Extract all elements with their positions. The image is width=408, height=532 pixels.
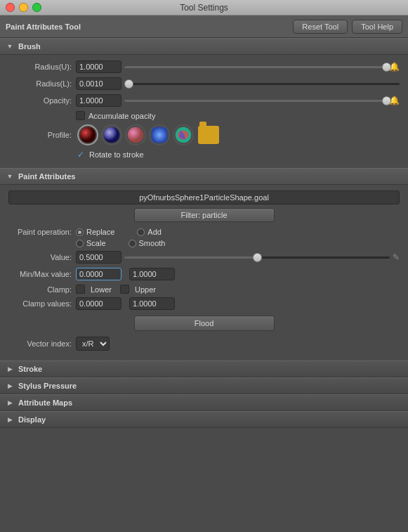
- radio-scale-label: Scale: [86, 239, 106, 247]
- paint-attributes-body: pyOfnurbsSphere1ParticleShape.goal Filte…: [0, 185, 408, 361]
- value-slider[interactable]: [124, 257, 390, 259]
- paint-attributes-title: Paint Attributes: [18, 172, 76, 181]
- min-max-separator: [124, 270, 126, 278]
- opacity-row: Opacity: 🔔: [8, 94, 400, 107]
- profile-item-4[interactable]: [149, 124, 170, 145]
- value-slider-container: ✎: [124, 252, 400, 262]
- radio-add[interactable]: Add: [137, 228, 162, 236]
- attribute-maps-section[interactable]: ▶ Attribute Maps: [0, 394, 408, 411]
- stylus-title: Stylus Pressure: [18, 382, 77, 390]
- paint-op-label: Paint operation:: [8, 228, 72, 236]
- radius-l-slider[interactable]: [124, 83, 400, 85]
- radio-replace-btn: [76, 228, 84, 236]
- accumulate-checkbox[interactable]: [76, 111, 85, 120]
- min-max-label: Min/Max value:: [8, 270, 72, 278]
- tool-name: Paint Attributes Tool: [6, 22, 81, 31]
- vector-index-row: Vector index: x/R y/G z/B: [8, 337, 400, 351]
- attribute-maps-arrow: ▶: [6, 398, 14, 407]
- radio-add-btn: [137, 228, 145, 236]
- toolbar-buttons: Reset Tool Tool Help: [293, 20, 402, 34]
- brush-collapse-arrow: ▼: [6, 42, 14, 51]
- filter-button[interactable]: Filter: particle: [134, 208, 275, 222]
- radio-replace[interactable]: Replace: [76, 228, 114, 236]
- reset-tool-button[interactable]: Reset Tool: [293, 20, 348, 34]
- radius-l-input[interactable]: [76, 77, 121, 90]
- clamp-max-input[interactable]: [129, 297, 175, 310]
- clamp-upper-checkbox[interactable]: [120, 285, 129, 294]
- radius-u-input[interactable]: [76, 60, 121, 73]
- accumulate-label: Accumulate opacity: [88, 112, 155, 120]
- flood-button[interactable]: Flood: [134, 316, 275, 331]
- opacity-input[interactable]: [76, 94, 121, 107]
- clamp-min-input[interactable]: [76, 297, 121, 310]
- clamp-lower-label: Lower: [91, 285, 112, 294]
- rotate-row: ✓ Rotate to stroke: [76, 150, 400, 160]
- paint-operation-row: Paint operation: Replace Add Scale: [8, 228, 400, 247]
- profile-folder-button[interactable]: [198, 126, 219, 144]
- radio-smooth-label: Smooth: [139, 239, 166, 247]
- radio-add-label: Add: [147, 228, 162, 236]
- svg-point-1: [104, 127, 120, 143]
- stylus-arrow: ▶: [6, 382, 14, 390]
- clamp-values-label: Clamp values:: [8, 299, 72, 308]
- display-section[interactable]: ▶ Display: [0, 411, 408, 428]
- profile-item-3[interactable]: [125, 124, 146, 145]
- radius-u-slider[interactable]: [124, 66, 386, 68]
- maximize-button[interactable]: [32, 3, 41, 12]
- paint-attributes-arrow: ▼: [6, 172, 14, 181]
- max-value-input[interactable]: [129, 268, 175, 280]
- brush-section-title: Brush: [18, 42, 41, 51]
- rotate-checkmark: ✓: [76, 150, 86, 160]
- rotate-label: Rotate to stroke: [89, 150, 144, 159]
- toolbar: Paint Attributes Tool Reset Tool Tool He…: [0, 15, 408, 38]
- clamp-lower-item: Lower: [76, 285, 112, 294]
- target-field-display: pyOfnurbsSphere1ParticleShape.goal: [8, 190, 400, 205]
- display-arrow: ▶: [6, 415, 14, 424]
- title-bar: Tool Settings: [0, 0, 408, 15]
- clamp-values-row: Clamp values:: [8, 297, 400, 310]
- clamp-upper-label: Upper: [135, 285, 156, 294]
- clamp-upper-item: Upper: [120, 285, 156, 294]
- profile-item-5[interactable]: [173, 124, 194, 145]
- clamp-row: Clamp: Lower Upper: [8, 285, 400, 294]
- radio-scale-btn: [76, 240, 84, 247]
- profile-item-2[interactable]: [101, 124, 122, 145]
- brush-section: ▼ Brush Radius(U): 🔔 Radius(L):: [0, 38, 408, 168]
- close-button[interactable]: [6, 3, 15, 12]
- radius-l-slider-container: [124, 83, 400, 85]
- stroke-section[interactable]: ▶ Stroke: [0, 361, 408, 377]
- value-label: Value:: [8, 253, 72, 261]
- paint-attributes-section: ▼ Paint Attributes pyOfnurbsSphere1Parti…: [0, 168, 408, 361]
- paint-op-options: Replace Add Scale Smooth: [76, 228, 176, 247]
- value-input[interactable]: [76, 251, 121, 264]
- radius-u-row: Radius(U): 🔔: [8, 60, 400, 73]
- min-max-row: Min/Max value:: [8, 268, 400, 280]
- paint-attributes-header[interactable]: ▼ Paint Attributes: [0, 168, 408, 185]
- radio-scale[interactable]: Scale: [76, 239, 106, 247]
- clamp-check-group: Lower Upper: [76, 285, 162, 294]
- profile-item-1[interactable]: [77, 124, 98, 145]
- clamp-lower-checkbox[interactable]: [76, 285, 85, 294]
- brush-section-header[interactable]: ▼ Brush: [0, 38, 408, 55]
- opacity-slider[interactable]: [124, 100, 386, 102]
- profile-items: [77, 124, 219, 145]
- radio-replace-label: Replace: [86, 228, 114, 236]
- clamp-label: Clamp:: [8, 285, 72, 294]
- tool-help-button[interactable]: Tool Help: [352, 20, 402, 34]
- svg-point-2: [128, 127, 144, 143]
- stroke-title: Stroke: [18, 365, 42, 373]
- radius-u-slider-container: 🔔: [124, 62, 400, 72]
- stylus-pressure-section[interactable]: ▶ Stylus Pressure: [0, 377, 408, 394]
- window-controls[interactable]: [6, 3, 41, 12]
- vector-index-select[interactable]: x/R y/G z/B: [76, 337, 110, 351]
- vector-index-label: Vector index:: [8, 339, 72, 348]
- profile-label: Profile:: [8, 131, 72, 139]
- value-edit-icon[interactable]: ✎: [393, 252, 400, 262]
- min-value-input[interactable]: [76, 268, 121, 280]
- radio-smooth[interactable]: Smooth: [129, 239, 166, 247]
- minimize-button[interactable]: [19, 3, 28, 12]
- attribute-maps-title: Attribute Maps: [18, 398, 72, 407]
- svg-point-0: [80, 127, 96, 143]
- opacity-slider-container: 🔔: [124, 96, 400, 105]
- value-row: Value: ✎: [8, 251, 400, 264]
